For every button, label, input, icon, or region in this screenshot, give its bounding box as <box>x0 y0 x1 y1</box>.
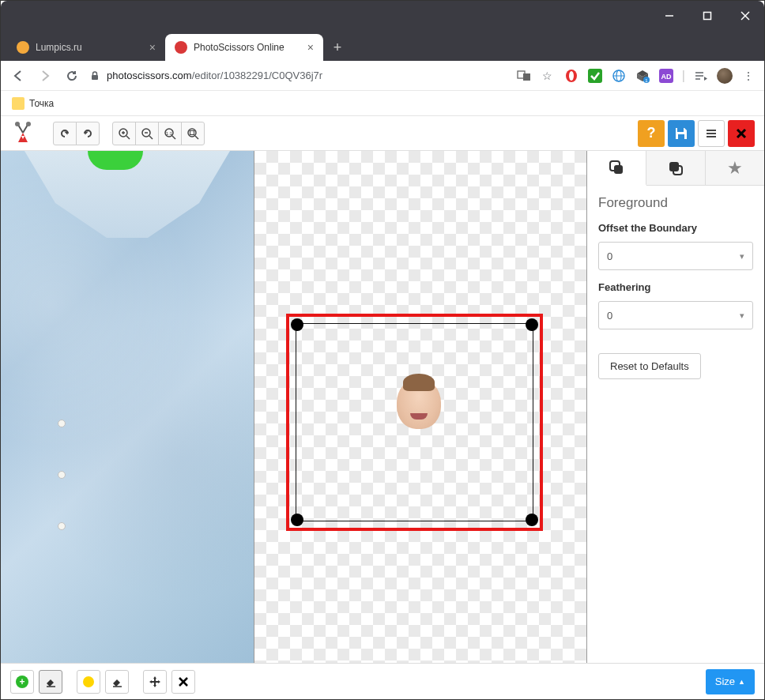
svg-rect-43 <box>614 165 623 174</box>
menu-icon[interactable]: ⋮ <box>741 68 756 84</box>
window-minimize-button[interactable] <box>658 5 680 27</box>
globe-icon[interactable] <box>611 68 627 84</box>
offset-label: Offset the Boundary <box>598 222 753 234</box>
avatar-icon[interactable] <box>717 68 733 84</box>
cube-icon[interactable]: 1 <box>635 68 650 84</box>
star-icon[interactable]: ☆ <box>540 68 556 84</box>
resize-handle-bl[interactable] <box>291 514 303 526</box>
panel-title: Foreground <box>598 195 753 211</box>
playlist-icon[interactable] <box>693 68 709 84</box>
bookmarks-bar: Точка <box>1 91 764 116</box>
folder-icon <box>12 97 24 110</box>
result-preview-pane[interactable] <box>254 151 587 663</box>
bottom-toolbar: Size▲ <box>1 663 764 699</box>
svg-line-30 <box>172 136 175 139</box>
close-icon[interactable]: × <box>307 41 314 54</box>
feathering-label: Feathering <box>598 281 753 293</box>
help-button[interactable]: ? <box>638 120 665 147</box>
source-image <box>1 151 254 663</box>
save-button[interactable] <box>668 120 695 147</box>
tab-title: PhotoScissors Online <box>194 42 285 53</box>
svg-point-32 <box>188 129 196 137</box>
url-field[interactable]: photoscissors.com/editor/10382291/C0QV36… <box>89 70 508 81</box>
svg-rect-1 <box>704 13 711 20</box>
check-icon[interactable] <box>587 68 603 84</box>
app-toolbar: 1:1 ? <box>1 116 764 151</box>
zoom-in-button[interactable] <box>112 122 136 145</box>
undo-button[interactable] <box>53 122 77 145</box>
forward-button[interactable] <box>36 66 55 85</box>
url-path: /editor/10382291/C0QV36j7r <box>192 70 323 81</box>
svg-rect-9 <box>588 69 602 83</box>
size-dropdown-button[interactable]: Size▲ <box>706 669 755 694</box>
reload-button[interactable] <box>62 66 81 85</box>
tab-title: Lumpics.ru <box>36 42 82 53</box>
svg-point-8 <box>569 71 574 81</box>
mark-foreground-button[interactable] <box>10 670 34 694</box>
close-app-button[interactable] <box>728 120 755 147</box>
properties-panel: ★ Foreground Offset the Boundary 0 Feath… <box>587 151 764 663</box>
favicon-icon <box>175 41 187 54</box>
svg-rect-4 <box>92 75 98 80</box>
zoom-out-button[interactable] <box>135 122 159 145</box>
address-bar: photoscissors.com/editor/10382291/C0QV36… <box>1 61 764 91</box>
url-domain: photoscissors.com <box>107 70 192 81</box>
browser-tab-lumpics[interactable]: Lumpics.ru × <box>7 34 165 61</box>
svg-line-33 <box>195 136 198 139</box>
window-close-button[interactable] <box>734 5 756 27</box>
opera-icon[interactable] <box>563 68 579 84</box>
svg-point-21 <box>26 122 31 126</box>
extension-icons: ☆ 1 AD | ⋮ <box>516 68 756 84</box>
cutout-result <box>397 378 441 429</box>
resize-handle-tl[interactable] <box>291 318 303 331</box>
app-logo-icon[interactable] <box>10 120 37 147</box>
svg-text:1:1: 1:1 <box>166 130 173 135</box>
tab-shadow[interactable]: ★ <box>706 151 764 185</box>
favicon-icon <box>17 41 29 54</box>
svg-rect-6 <box>523 73 530 81</box>
ad-icon[interactable]: AD <box>658 68 674 84</box>
svg-text:AD: AD <box>661 73 671 81</box>
window-titlebar <box>1 1 764 31</box>
move-tool-button[interactable] <box>143 670 167 694</box>
zoom-actual-button[interactable] <box>181 122 205 145</box>
menu-button[interactable] <box>698 120 725 147</box>
browser-tabstrip: Lumpics.ru × PhotoScissors Online × + <box>1 31 764 61</box>
offset-select[interactable]: 0 <box>598 242 753 270</box>
bookmark-item[interactable]: Точка <box>29 98 54 109</box>
delete-button[interactable] <box>171 670 195 694</box>
back-button[interactable] <box>9 66 28 85</box>
erase-foreground-button[interactable] <box>39 670 62 694</box>
zoom-fit-button[interactable]: 1:1 <box>158 122 182 145</box>
svg-rect-36 <box>678 134 684 139</box>
svg-point-20 <box>15 122 20 126</box>
browser-tab-photoscissors[interactable]: PhotoScissors Online × <box>165 34 323 61</box>
translate-icon[interactable] <box>516 68 532 84</box>
window-maximize-button[interactable] <box>696 5 718 27</box>
svg-rect-34 <box>190 130 194 134</box>
close-icon[interactable]: × <box>149 41 156 54</box>
redo-button[interactable] <box>76 122 100 145</box>
new-tab-button[interactable]: + <box>326 36 349 58</box>
resize-handle-tr[interactable] <box>526 318 538 331</box>
svg-line-27 <box>149 136 153 139</box>
svg-rect-35 <box>677 128 684 132</box>
tab-foreground[interactable] <box>587 151 646 186</box>
source-image-pane[interactable] <box>1 151 254 663</box>
lock-icon <box>89 70 100 81</box>
mark-background-button[interactable] <box>77 670 100 694</box>
feathering-select[interactable]: 0 <box>598 301 753 329</box>
erase-background-button[interactable] <box>105 670 129 694</box>
tab-background[interactable] <box>646 151 706 185</box>
reset-button[interactable]: Reset to Defaults <box>598 353 701 379</box>
resize-handle-br[interactable] <box>526 514 538 526</box>
crop-selection[interactable] <box>286 314 543 531</box>
svg-line-23 <box>126 136 130 139</box>
